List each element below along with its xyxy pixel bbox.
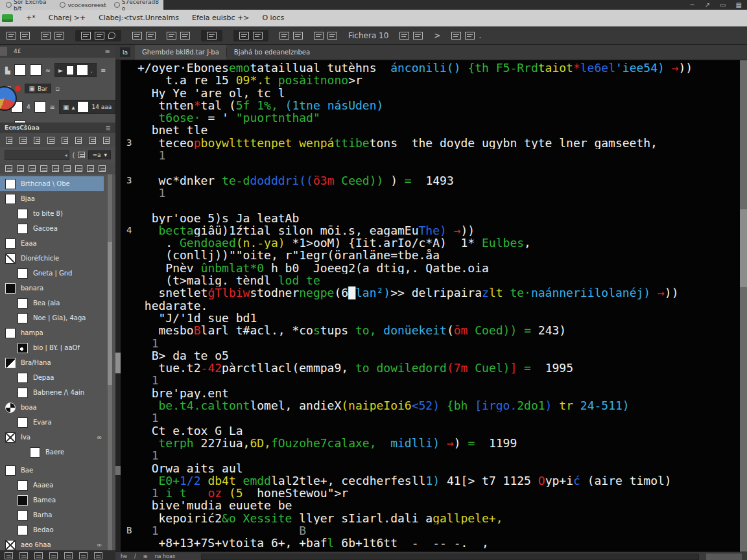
layer-item[interactable]: Bamea (0, 493, 104, 508)
layer-swatch[interactable] (5, 283, 16, 294)
menu-item[interactable]: Charej >+ (49, 14, 86, 22)
layer-swatch[interactable] (5, 465, 16, 476)
toolbar-group[interactable] (75, 30, 121, 41)
scrollbar-thumb[interactable] (108, 242, 112, 384)
layer-item[interactable]: Brthcnad \ Obe (0, 176, 104, 191)
panel-field[interactable]: ▣Bar (25, 84, 51, 93)
window-control-button[interactable]: ↗ (705, 2, 710, 8)
window-control-button[interactable]: ▭ (720, 2, 726, 8)
panel-tab[interactable] (0, 47, 7, 56)
panel-icon[interactable] (75, 137, 82, 144)
layer-swatch[interactable] (18, 480, 28, 491)
layer-swatch[interactable] (18, 343, 28, 353)
layer-swatch[interactable] (18, 525, 28, 535)
layer-item[interactable]: Noe | Gia), 4aga (0, 310, 104, 325)
layer-item[interactable]: Evara (0, 415, 104, 430)
panel-icon[interactable] (62, 137, 68, 144)
scrollbar-thumb[interactable] (740, 209, 747, 287)
layer-swatch[interactable] (5, 194, 16, 204)
layer-list-scrollbar[interactable] (108, 174, 112, 550)
swatch[interactable] (14, 64, 26, 76)
layer-item[interactable]: Depaa (0, 370, 104, 385)
panel-icon[interactable] (29, 165, 36, 172)
window-tab[interactable]: vcocesoreest (56, 0, 109, 10)
menu-item[interactable]: +* (26, 14, 36, 22)
panel-icon[interactable] (49, 552, 58, 559)
layer-item[interactable]: Eaaa (0, 236, 104, 251)
editor-corner-chip[interactable]: la (120, 47, 130, 57)
dropdown-field[interactable]: ◂ (5, 150, 69, 160)
toolbar-group[interactable]: > (434, 31, 440, 40)
toolbar-group[interactable] (233, 30, 268, 41)
toolbar-group[interactable]: . (451, 31, 481, 40)
editor-scrollbar[interactable] (740, 60, 747, 552)
editor-left-scrollbar[interactable] (115, 60, 121, 552)
layer-item[interactable]: Bra/Hana (0, 355, 104, 370)
panel-icon[interactable] (89, 137, 95, 144)
status-input-field[interactable] (201, 554, 699, 560)
panel-icon[interactable] (99, 165, 106, 172)
panel-icon[interactable] (5, 552, 13, 559)
grid-icon[interactable] (78, 152, 85, 158)
panel-icon[interactable] (103, 137, 110, 144)
layer-item[interactable]: Gneta | Gnd (0, 266, 104, 281)
layer-item[interactable]: Barha (0, 508, 104, 522)
panel-icon[interactable] (19, 552, 28, 559)
panel-icon[interactable] (87, 165, 94, 172)
toolbar-group[interactable] (6, 32, 30, 40)
layer-item[interactable]: Bae (0, 463, 104, 478)
layer-swatch[interactable] (5, 540, 16, 550)
layer-item[interactable]: Bedao (0, 522, 104, 537)
panel-icon[interactable] (52, 165, 59, 172)
toolbar-group[interactable] (167, 32, 190, 40)
panel-icon[interactable] (94, 552, 102, 559)
layer-swatch[interactable] (18, 268, 28, 279)
layer-swatch[interactable] (5, 328, 16, 338)
dropdown-selector[interactable]: ≃a ▾ (88, 150, 111, 159)
swatch[interactable] (66, 65, 74, 75)
layer-swatch[interactable] (18, 298, 28, 309)
toolbar-group[interactable] (201, 30, 222, 41)
panel-icon[interactable] (47, 137, 54, 144)
toolbar-group[interactable] (314, 32, 337, 40)
layer-swatch[interactable] (18, 388, 28, 398)
toolbar-group[interactable] (279, 32, 303, 40)
window-control-button[interactable]: ▦ (736, 2, 742, 8)
layer-swatch[interactable] (18, 510, 28, 520)
layer-item[interactable]: Babnene /\ 4ain (0, 385, 104, 400)
panel-icon[interactable] (17, 165, 24, 172)
layer-swatch[interactable] (18, 495, 28, 506)
layer-item[interactable]: to bite 8) (0, 206, 104, 221)
panel-field[interactable]: ▣▴14 aaa (59, 100, 115, 114)
layer-item[interactable]: Baere (0, 445, 104, 460)
layer-item[interactable]: bio | BY. | aaOf (0, 340, 104, 355)
swatch[interactable] (77, 101, 89, 113)
layer-swatch[interactable] (18, 373, 28, 383)
layer-item[interactable]: Dioréfchicle (0, 251, 104, 266)
layer-item[interactable]: Bea (aia (0, 296, 104, 310)
menu-item[interactable]: O iocs (262, 14, 284, 22)
toolbar-group[interactable] (399, 32, 423, 40)
layer-item[interactable]: Gacoea (0, 221, 104, 236)
layer-swatch[interactable] (18, 209, 28, 219)
code-area[interactable]: +/oyer·Ebonesemotataillual tutèhns áncon… (121, 60, 740, 552)
panel-icon[interactable] (19, 137, 26, 144)
panel-icon[interactable] (34, 137, 40, 144)
layer-swatch[interactable] (5, 402, 16, 413)
toolbar-group[interactable] (132, 32, 156, 40)
layer-swatch[interactable] (5, 239, 16, 249)
panel-icon[interactable] (40, 165, 47, 172)
layer-swatch[interactable] (5, 358, 16, 368)
layer-item[interactable]: Bjaa (0, 191, 104, 206)
swatch[interactable] (34, 101, 46, 113)
panel-icon[interactable] (75, 165, 82, 172)
layer-item[interactable]: Iva∞ (0, 430, 104, 445)
window-control-button[interactable]: − (689, 2, 694, 8)
editor-tab[interactable]: Bjahá bo edeanelznbea (227, 45, 317, 60)
panel-icon[interactable] (79, 552, 88, 559)
layer-swatch[interactable] (18, 417, 28, 428)
swatch[interactable] (30, 64, 42, 76)
layer-swatch[interactable] (18, 313, 28, 323)
panel-menu-icon[interactable]: ≡ (105, 48, 110, 55)
layer-swatch[interactable] (5, 179, 16, 189)
